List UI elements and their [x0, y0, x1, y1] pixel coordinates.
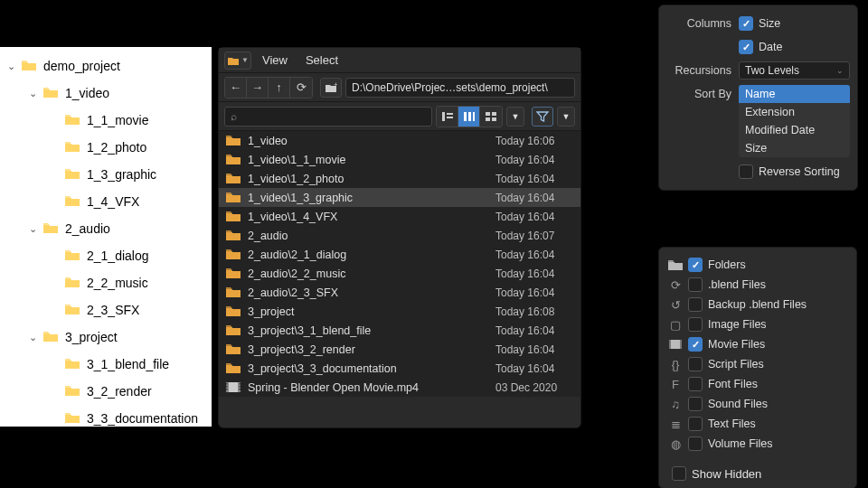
file-row[interactable]: 3_project\3_2_renderToday 16:04	[219, 340, 580, 359]
tree-item[interactable]: ⌄1_video	[4, 80, 212, 107]
file-name: 1_video\1_3_graphic	[248, 192, 495, 204]
columns-date-checkbox[interactable]	[739, 40, 753, 54]
show-hidden-row[interactable]: Show Hidden	[666, 466, 849, 481]
new-directory-button[interactable]: +	[320, 78, 342, 98]
file-name: 2_audio	[248, 230, 495, 242]
filter-checkbox[interactable]	[688, 277, 703, 292]
tree-item[interactable]: 2_2_music	[4, 269, 212, 296]
filter-checkbox[interactable]	[688, 317, 703, 332]
sort-option[interactable]: Size	[739, 139, 850, 157]
filter-settings-dropdown[interactable]: ▼	[557, 107, 575, 127]
chevron-down-icon[interactable]: ⌄	[29, 88, 43, 99]
file-row[interactable]: 2_audio\2_3_SFXToday 16:04	[219, 283, 580, 302]
filter-checkbox[interactable]	[688, 397, 703, 411]
tree-item-label: 3_1_blend_file	[87, 357, 169, 371]
filter-checkbox[interactable]	[688, 436, 703, 451]
back-button[interactable]: ←	[225, 78, 247, 98]
svg-rect-16	[228, 382, 239, 392]
file-row[interactable]: 2_audioToday 16:07	[219, 226, 580, 245]
chevron-down-icon[interactable]: ⌄	[7, 61, 22, 72]
filter-row[interactable]: Movie Files	[666, 334, 849, 354]
display-vertical-list[interactable]	[437, 107, 458, 127]
file-row[interactable]: 1_video\1_1_movieToday 16:04	[219, 150, 580, 169]
filter-checkbox[interactable]	[688, 417, 703, 431]
folder-icon	[43, 222, 60, 235]
menu-view[interactable]: View	[255, 53, 295, 67]
editor-type-dropdown[interactable]: ▼	[224, 52, 251, 70]
tree-item[interactable]: 1_2_photo	[4, 134, 212, 161]
recursions-select[interactable]: Two Levels ⌄	[739, 61, 850, 80]
file-row[interactable]: Spring - Blender Open Movie.mp403 Dec 20…	[219, 378, 580, 397]
svg-rect-19	[226, 383, 228, 385]
menu-select[interactable]: Select	[298, 53, 345, 67]
file-row[interactable]: 1_video\1_2_photoToday 16:04	[219, 169, 580, 188]
refresh-button[interactable]: ⟳	[290, 78, 312, 98]
filter-row[interactable]: {}Script Files	[666, 354, 849, 374]
tree-item[interactable]: 3_3_documentation	[4, 405, 212, 427]
svg-rect-15	[492, 117, 496, 121]
filter-checkbox[interactable]	[688, 258, 703, 272]
sort-option[interactable]: Modified Date	[739, 121, 850, 139]
chevron-down-icon[interactable]: ⌄	[29, 332, 43, 343]
filter-checkbox[interactable]	[688, 357, 703, 371]
tree-item[interactable]: 3_2_render	[4, 378, 212, 405]
display-thumbnails[interactable]	[480, 107, 502, 127]
filter-label: Movie Files	[708, 338, 765, 351]
filter-checkbox[interactable]	[688, 297, 703, 312]
display-horizontal-list[interactable]	[458, 107, 480, 127]
tree-item[interactable]: 3_1_blend_file	[4, 351, 212, 378]
chevron-down-icon[interactable]: ⌄	[29, 223, 43, 235]
search-input[interactable]: ⌕	[224, 107, 432, 127]
filter-checkbox[interactable]	[688, 377, 703, 391]
tree-item[interactable]: ⌄3_project	[4, 324, 212, 351]
path-input[interactable]: D:\OneDrive\Projec…sets\demo_project\	[345, 78, 575, 98]
filter-button[interactable]	[532, 107, 553, 127]
tree-item-label: 3_2_render	[87, 384, 152, 399]
filter-row[interactable]: ⟳.blend Files	[666, 275, 849, 295]
show-hidden-checkbox[interactable]	[672, 466, 686, 481]
tree-item[interactable]: ⌄demo_project	[4, 52, 212, 80]
folder-icon	[226, 362, 242, 374]
forward-button[interactable]: →	[247, 78, 269, 98]
file-row[interactable]: 1_video\1_4_VFXToday 16:04	[219, 207, 580, 226]
reverse-sorting-checkbox[interactable]	[739, 164, 753, 179]
filter-row[interactable]: FFont Files	[666, 374, 849, 394]
file-name: Spring - Blender Open Movie.mp4	[248, 381, 495, 394]
filter-row[interactable]: ▢Image Files	[666, 314, 849, 334]
sort-option[interactable]: Name	[739, 85, 850, 103]
filter-row[interactable]: ↺Backup .blend Files	[666, 295, 849, 314]
svg-rect-10	[468, 112, 471, 121]
folder-icon	[65, 385, 81, 398]
file-row[interactable]: 2_audio\2_1_dialogToday 16:04	[219, 245, 580, 264]
font-icon: F	[666, 378, 684, 391]
file-date: Today 16:04	[495, 154, 573, 166]
folder-icon	[22, 60, 38, 72]
file-row[interactable]: 3_project\3_3_documentationToday 16:04	[219, 359, 580, 378]
filter-checkbox[interactable]	[688, 337, 703, 352]
file-list[interactable]: 1_videoToday 16:061_video\1_1_movieToday…	[219, 131, 580, 397]
filter-row[interactable]: ≣Text Files	[666, 414, 849, 434]
tree-item[interactable]: 1_4_VFX	[4, 188, 212, 215]
file-row[interactable]: 3_projectToday 16:08	[219, 302, 580, 321]
sort-option[interactable]: Extension	[739, 103, 850, 121]
file-row[interactable]: 1_video\1_3_graphicToday 16:04	[219, 188, 580, 207]
filter-row[interactable]: ◍Volume Files	[666, 434, 849, 454]
filter-row[interactable]: Folders	[666, 255, 849, 275]
tree-item[interactable]: 2_3_SFX	[4, 296, 212, 324]
columns-size-checkbox[interactable]	[739, 16, 753, 31]
tree-item[interactable]: ⌄2_audio	[4, 215, 212, 242]
tree-item[interactable]: 2_1_dialog	[4, 242, 212, 269]
backup-icon: ↺	[666, 298, 684, 312]
sort-by-list[interactable]: NameExtensionModified DateSize	[739, 85, 850, 157]
filter-row[interactable]: ♫Sound Files	[666, 394, 849, 414]
file-date: Today 16:04	[495, 362, 573, 375]
up-button[interactable]: ↑	[269, 78, 290, 98]
file-row[interactable]: 3_project\3_1_blend_fileToday 16:04	[219, 321, 580, 340]
tree-item[interactable]: 1_1_movie	[4, 107, 212, 134]
file-row[interactable]: 2_audio\2_2_musicToday 16:04	[219, 264, 580, 283]
svg-rect-25	[671, 340, 680, 349]
windows-folder-tree[interactable]: ⌄demo_project⌄1_video1_1_movie1_2_photo1…	[0, 47, 212, 427]
display-settings-dropdown[interactable]: ▼	[506, 107, 524, 127]
file-row[interactable]: 1_videoToday 16:06	[219, 131, 580, 150]
tree-item[interactable]: 1_3_graphic	[4, 161, 212, 188]
